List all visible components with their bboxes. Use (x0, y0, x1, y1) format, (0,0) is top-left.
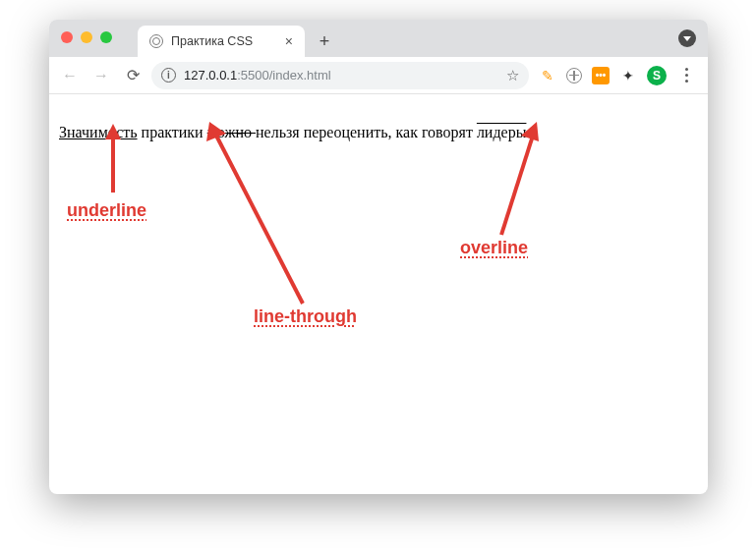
site-info-icon[interactable]: i (161, 68, 176, 83)
svg-marker-0 (105, 124, 121, 139)
extensions-puzzle-icon[interactable]: ✦ (619, 67, 637, 84)
reload-button[interactable]: ⟳ (120, 63, 145, 88)
plain-text-1: практики (138, 124, 207, 140)
annotation-overline: overline (460, 238, 528, 258)
forward-button[interactable]: → (88, 63, 114, 88)
annotation-underline-label: underline (67, 200, 146, 221)
window-menu-button[interactable] (678, 29, 696, 47)
tab-title: Практика CSS (171, 34, 253, 48)
tabstrip: Практика CSS × + (138, 20, 338, 57)
minimize-window-icon[interactable] (81, 31, 92, 43)
toolbar: ← → ⟳ i 127.0.0.1:5500/index.html ☆ ✎ ••… (49, 57, 708, 94)
tab-close-icon[interactable]: × (285, 33, 293, 49)
browser-window: Практика CSS × + ← → ⟳ i 127.0.0.1:5500/… (49, 20, 708, 494)
annotation-linethrough: line-through (254, 306, 357, 327)
maximize-window-icon[interactable] (100, 31, 112, 43)
url-text: 127.0.0.1:5500/index.html (184, 68, 331, 83)
back-button[interactable]: ← (57, 63, 83, 88)
address-bar[interactable]: i 127.0.0.1:5500/index.html ☆ (151, 62, 529, 89)
bookmark-star-icon[interactable]: ☆ (506, 67, 519, 84)
extension-icons: ✎ ••• ✦ S (535, 66, 700, 85)
demo-sentence: Значимость практики можно нельзя переоце… (59, 122, 698, 143)
url-host: 127.0.0.1 (184, 68, 237, 83)
annotation-overline-label: overline (460, 238, 528, 258)
url-path: :5500/index.html (237, 68, 330, 83)
close-window-icon[interactable] (61, 31, 73, 43)
active-tab[interactable]: Практика CSS × (138, 26, 305, 57)
globe-extension-icon[interactable] (566, 68, 582, 83)
pencil-extension-icon[interactable]: ✎ (539, 67, 556, 84)
arrow-linethrough-icon (204, 122, 322, 308)
annotation-underline: underline (67, 200, 146, 221)
titlebar: Практика CSS × + (49, 20, 708, 57)
svg-marker-2 (521, 122, 539, 141)
profile-badge-icon[interactable]: S (647, 66, 667, 85)
traffic-lights (61, 31, 112, 43)
new-tab-button[interactable]: + (311, 28, 338, 55)
page-content: Значимость практики можно нельзя переоце… (49, 94, 708, 494)
orange-extension-icon[interactable]: ••• (592, 67, 610, 84)
arrow-overline-icon (494, 122, 552, 240)
globe-favicon-icon (149, 34, 163, 48)
browser-menu-icon[interactable] (676, 68, 696, 83)
arrow-underline-icon (98, 124, 128, 202)
annotation-linethrough-label: line-through (254, 306, 357, 327)
